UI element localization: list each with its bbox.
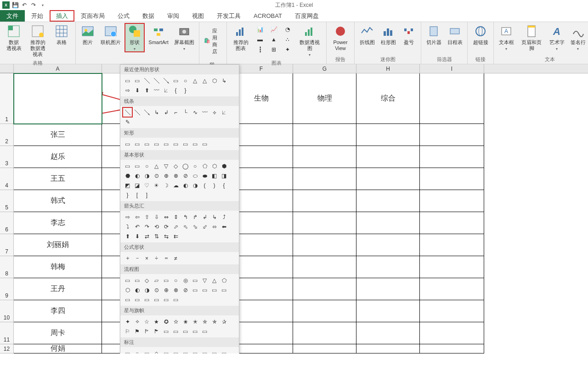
shape-item[interactable]: ○	[142, 162, 151, 170]
cell[interactable]	[356, 278, 420, 300]
shape-item[interactable]: ▭	[181, 140, 190, 148]
shape-item[interactable]: ⬡	[210, 162, 219, 170]
tab-review[interactable]: 审阅	[161, 10, 186, 22]
tab-view[interactable]: 视图	[186, 10, 210, 22]
shape-item[interactable]: }	[181, 86, 190, 95]
shape-item[interactable]: ▭	[133, 140, 141, 148]
shape-item[interactable]: ★	[152, 317, 161, 326]
shape-item[interactable]: ▭	[210, 349, 219, 353]
tab-acrobat[interactable]: ACROBAT	[247, 10, 288, 22]
shape-item[interactable]: ▭	[152, 295, 161, 304]
shape-item[interactable]: ⬀	[171, 222, 180, 231]
row-header-9[interactable]: 9	[0, 278, 14, 300]
shape-item[interactable]: ✎	[123, 118, 132, 126]
radar-chart-button[interactable]: ✦	[281, 45, 294, 54]
shape-item[interactable]: ◧	[210, 171, 219, 180]
shape-item[interactable]: △	[200, 76, 209, 85]
bar-chart-button[interactable]: ▬	[254, 35, 266, 44]
shape-item[interactable]: ◪	[133, 181, 141, 190]
shape-item[interactable]: △	[210, 276, 219, 285]
shape-item[interactable]: ⬇	[133, 86, 141, 95]
cell[interactable]: 李志	[14, 212, 102, 234]
row-header-12[interactable]: 12	[0, 344, 14, 353]
tab-file[interactable]: 文件	[0, 10, 25, 22]
hyperlink-button[interactable]: 超链接	[470, 23, 491, 46]
shape-item[interactable]: ◐	[133, 286, 141, 294]
shape-item[interactable]: 🏱	[142, 327, 151, 336]
shape-item[interactable]: ⇄	[142, 232, 151, 241]
shape-item[interactable]	[162, 76, 170, 85]
tab-baidu[interactable]: 百度网盘	[288, 10, 325, 22]
shape-item[interactable]: ⬭	[191, 171, 199, 180]
shape-item[interactable]: ⬃	[200, 222, 209, 231]
cell[interactable]	[356, 256, 420, 278]
cell[interactable]	[356, 322, 420, 344]
shape-item[interactable]: ✧	[133, 317, 141, 326]
cell[interactable]	[293, 278, 356, 300]
textbox-button[interactable]: A 文本框▾	[497, 23, 516, 52]
shape-item[interactable]: ↳	[220, 76, 228, 85]
row-header-4[interactable]: 4	[0, 168, 14, 190]
cell[interactable]: 王丹	[14, 278, 102, 300]
shape-item[interactable]: ◩	[123, 181, 132, 190]
shape-item[interactable]: {	[171, 86, 180, 95]
shape-item[interactable]: {	[220, 181, 228, 190]
shape-item[interactable]: ⊕	[162, 171, 170, 180]
shape-item[interactable]: 〰	[200, 108, 209, 117]
cell[interactable]: 王五	[14, 168, 102, 190]
shape-item[interactable]: ♡	[142, 181, 151, 190]
shape-item[interactable]: ◇	[152, 349, 161, 353]
shape-item[interactable]: ▭	[123, 276, 132, 285]
shape-item[interactable]: }	[123, 191, 132, 199]
shape-item[interactable]: ⇇	[171, 232, 180, 241]
shape-item[interactable]: ○	[181, 76, 190, 85]
shape-item[interactable]: ⇩	[152, 213, 161, 221]
cell[interactable]	[293, 190, 356, 212]
shape-item[interactable]: ◨	[220, 171, 228, 180]
shape-item[interactable]: ×	[142, 254, 151, 263]
shape-item[interactable]: (	[200, 181, 209, 190]
shape-item[interactable]: ▽	[162, 162, 170, 170]
shape-item[interactable]: ▭	[171, 76, 180, 85]
row-header-2[interactable]: 2	[0, 124, 14, 146]
cell[interactable]	[293, 234, 356, 256]
cell[interactable]	[356, 344, 420, 353]
shape-item[interactable]: ▭	[171, 327, 180, 336]
shape-item[interactable]: ⬅	[220, 222, 228, 231]
shape-item[interactable]: ✬	[181, 317, 190, 326]
shape-item[interactable]: ↳	[210, 213, 219, 221]
shape-item[interactable]: ⇔	[162, 213, 170, 221]
shape-item[interactable]: ⇕	[171, 213, 180, 221]
shape-item[interactable]: ▭	[162, 327, 170, 336]
shape-item[interactable]: ⇦	[133, 213, 141, 221]
shape-item[interactable]: ＝	[162, 254, 170, 263]
recommended-charts-button[interactable]: 推荐的 图表	[230, 23, 252, 52]
combo-chart-button[interactable]: ⊞	[267, 45, 280, 54]
shape-item[interactable]: ▭	[171, 349, 180, 353]
row-header-8[interactable]: 8	[0, 256, 14, 278]
shape-item[interactable]: ✮	[200, 317, 209, 326]
shape-item[interactable]: ⊕	[162, 286, 170, 294]
shape-item[interactable]: ▱	[152, 276, 161, 285]
row-header-1[interactable]: 1	[0, 73, 14, 124]
shape-item[interactable]: ▭	[142, 349, 151, 353]
shape-item[interactable]: ▭	[123, 76, 132, 85]
cell[interactable]: 何娟	[14, 344, 102, 353]
shape-item[interactable]: ▭	[133, 295, 141, 304]
shape-item[interactable]: ▭	[191, 349, 199, 353]
shapes-button[interactable]: 形状▾	[124, 23, 145, 52]
shape-item[interactable]	[152, 76, 161, 85]
shape-item[interactable]: ⬣	[123, 171, 132, 180]
shape-item[interactable]: ⊘	[181, 171, 190, 180]
shape-item[interactable]: ▭	[162, 140, 170, 148]
shape-item[interactable]: ☁	[171, 181, 180, 190]
shape-item[interactable]: ✯	[210, 317, 219, 326]
shape-item[interactable]: ▭	[200, 349, 209, 353]
cell[interactable]	[356, 300, 420, 322]
shape-item[interactable]: ▭	[191, 276, 199, 285]
shape-item[interactable]: ▭	[123, 295, 132, 304]
shape-item[interactable]: ⬄	[210, 222, 219, 231]
cell[interactable]	[293, 256, 356, 278]
sparkline-line-button[interactable]: 折线图	[357, 23, 377, 46]
row-header-6[interactable]: 6	[0, 212, 14, 234]
